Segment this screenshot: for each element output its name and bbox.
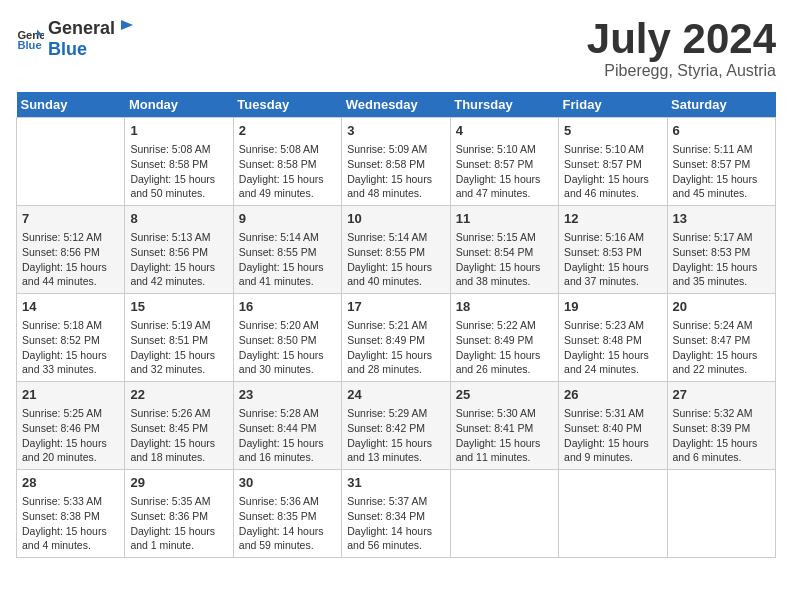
day-number: 3 [347, 122, 444, 140]
calendar-week-4: 21Sunrise: 5:25 AM Sunset: 8:46 PM Dayli… [17, 382, 776, 470]
calendar-cell: 5Sunrise: 5:10 AM Sunset: 8:57 PM Daylig… [559, 118, 667, 206]
cell-content: Sunrise: 5:36 AM Sunset: 8:35 PM Dayligh… [239, 494, 336, 553]
cell-content: Sunrise: 5:16 AM Sunset: 8:53 PM Dayligh… [564, 230, 661, 289]
day-number: 30 [239, 474, 336, 492]
day-number: 14 [22, 298, 119, 316]
calendar-cell: 16Sunrise: 5:20 AM Sunset: 8:50 PM Dayli… [233, 294, 341, 382]
column-header-tuesday: Tuesday [233, 92, 341, 118]
calendar-cell [450, 469, 558, 557]
day-number: 24 [347, 386, 444, 404]
calendar-cell: 26Sunrise: 5:31 AM Sunset: 8:40 PM Dayli… [559, 382, 667, 470]
calendar-cell: 14Sunrise: 5:18 AM Sunset: 8:52 PM Dayli… [17, 294, 125, 382]
calendar-cell: 9Sunrise: 5:14 AM Sunset: 8:55 PM Daylig… [233, 206, 341, 294]
day-number: 4 [456, 122, 553, 140]
calendar-week-2: 7Sunrise: 5:12 AM Sunset: 8:56 PM Daylig… [17, 206, 776, 294]
calendar-week-1: 1Sunrise: 5:08 AM Sunset: 8:58 PM Daylig… [17, 118, 776, 206]
calendar-cell [559, 469, 667, 557]
day-number: 11 [456, 210, 553, 228]
day-number: 2 [239, 122, 336, 140]
calendar-cell: 22Sunrise: 5:26 AM Sunset: 8:45 PM Dayli… [125, 382, 233, 470]
calendar-cell: 25Sunrise: 5:30 AM Sunset: 8:41 PM Dayli… [450, 382, 558, 470]
calendar-cell: 6Sunrise: 5:11 AM Sunset: 8:57 PM Daylig… [667, 118, 775, 206]
logo-general-text: General [48, 18, 115, 39]
calendar-table: SundayMondayTuesdayWednesdayThursdayFrid… [16, 92, 776, 558]
day-number: 18 [456, 298, 553, 316]
day-number: 19 [564, 298, 661, 316]
column-header-friday: Friday [559, 92, 667, 118]
cell-content: Sunrise: 5:22 AM Sunset: 8:49 PM Dayligh… [456, 318, 553, 377]
calendar-cell: 12Sunrise: 5:16 AM Sunset: 8:53 PM Dayli… [559, 206, 667, 294]
cell-content: Sunrise: 5:31 AM Sunset: 8:40 PM Dayligh… [564, 406, 661, 465]
calendar-header-row: SundayMondayTuesdayWednesdayThursdayFrid… [17, 92, 776, 118]
day-number: 15 [130, 298, 227, 316]
column-header-sunday: Sunday [17, 92, 125, 118]
calendar-cell: 7Sunrise: 5:12 AM Sunset: 8:56 PM Daylig… [17, 206, 125, 294]
cell-content: Sunrise: 5:19 AM Sunset: 8:51 PM Dayligh… [130, 318, 227, 377]
calendar-cell [17, 118, 125, 206]
calendar-week-3: 14Sunrise: 5:18 AM Sunset: 8:52 PM Dayli… [17, 294, 776, 382]
cell-content: Sunrise: 5:24 AM Sunset: 8:47 PM Dayligh… [673, 318, 770, 377]
cell-content: Sunrise: 5:15 AM Sunset: 8:54 PM Dayligh… [456, 230, 553, 289]
logo-arrow-icon [117, 16, 135, 34]
calendar-cell: 11Sunrise: 5:15 AM Sunset: 8:54 PM Dayli… [450, 206, 558, 294]
day-number: 16 [239, 298, 336, 316]
cell-content: Sunrise: 5:14 AM Sunset: 8:55 PM Dayligh… [239, 230, 336, 289]
day-number: 12 [564, 210, 661, 228]
day-number: 31 [347, 474, 444, 492]
cell-content: Sunrise: 5:30 AM Sunset: 8:41 PM Dayligh… [456, 406, 553, 465]
day-number: 8 [130, 210, 227, 228]
calendar-cell: 28Sunrise: 5:33 AM Sunset: 8:38 PM Dayli… [17, 469, 125, 557]
calendar-cell: 18Sunrise: 5:22 AM Sunset: 8:49 PM Dayli… [450, 294, 558, 382]
day-number: 29 [130, 474, 227, 492]
day-number: 7 [22, 210, 119, 228]
calendar-cell: 17Sunrise: 5:21 AM Sunset: 8:49 PM Dayli… [342, 294, 450, 382]
svg-marker-3 [121, 20, 133, 30]
column-header-monday: Monday [125, 92, 233, 118]
cell-content: Sunrise: 5:17 AM Sunset: 8:53 PM Dayligh… [673, 230, 770, 289]
day-number: 21 [22, 386, 119, 404]
day-number: 20 [673, 298, 770, 316]
cell-content: Sunrise: 5:20 AM Sunset: 8:50 PM Dayligh… [239, 318, 336, 377]
day-number: 23 [239, 386, 336, 404]
cell-content: Sunrise: 5:14 AM Sunset: 8:55 PM Dayligh… [347, 230, 444, 289]
cell-content: Sunrise: 5:09 AM Sunset: 8:58 PM Dayligh… [347, 142, 444, 201]
day-number: 22 [130, 386, 227, 404]
calendar-cell: 13Sunrise: 5:17 AM Sunset: 8:53 PM Dayli… [667, 206, 775, 294]
cell-content: Sunrise: 5:12 AM Sunset: 8:56 PM Dayligh… [22, 230, 119, 289]
cell-content: Sunrise: 5:10 AM Sunset: 8:57 PM Dayligh… [456, 142, 553, 201]
day-number: 17 [347, 298, 444, 316]
day-number: 5 [564, 122, 661, 140]
calendar-cell: 29Sunrise: 5:35 AM Sunset: 8:36 PM Dayli… [125, 469, 233, 557]
logo-icon: General Blue [16, 24, 44, 52]
calendar-cell: 2Sunrise: 5:08 AM Sunset: 8:58 PM Daylig… [233, 118, 341, 206]
calendar-cell: 27Sunrise: 5:32 AM Sunset: 8:39 PM Dayli… [667, 382, 775, 470]
month-title: July 2024 [587, 16, 776, 62]
logo: General Blue General Blue [16, 16, 135, 60]
calendar-cell: 4Sunrise: 5:10 AM Sunset: 8:57 PM Daylig… [450, 118, 558, 206]
cell-content: Sunrise: 5:08 AM Sunset: 8:58 PM Dayligh… [130, 142, 227, 201]
day-number: 1 [130, 122, 227, 140]
calendar-cell: 3Sunrise: 5:09 AM Sunset: 8:58 PM Daylig… [342, 118, 450, 206]
cell-content: Sunrise: 5:10 AM Sunset: 8:57 PM Dayligh… [564, 142, 661, 201]
cell-content: Sunrise: 5:32 AM Sunset: 8:39 PM Dayligh… [673, 406, 770, 465]
logo-blue-text: Blue [48, 39, 87, 59]
cell-content: Sunrise: 5:25 AM Sunset: 8:46 PM Dayligh… [22, 406, 119, 465]
calendar-cell: 23Sunrise: 5:28 AM Sunset: 8:44 PM Dayli… [233, 382, 341, 470]
day-number: 27 [673, 386, 770, 404]
header: General Blue General Blue July 2024 Pibe… [16, 16, 776, 80]
day-number: 28 [22, 474, 119, 492]
calendar-cell: 19Sunrise: 5:23 AM Sunset: 8:48 PM Dayli… [559, 294, 667, 382]
column-header-saturday: Saturday [667, 92, 775, 118]
cell-content: Sunrise: 5:26 AM Sunset: 8:45 PM Dayligh… [130, 406, 227, 465]
svg-text:Blue: Blue [17, 39, 41, 51]
cell-content: Sunrise: 5:23 AM Sunset: 8:48 PM Dayligh… [564, 318, 661, 377]
day-number: 26 [564, 386, 661, 404]
column-header-thursday: Thursday [450, 92, 558, 118]
cell-content: Sunrise: 5:33 AM Sunset: 8:38 PM Dayligh… [22, 494, 119, 553]
calendar-cell: 24Sunrise: 5:29 AM Sunset: 8:42 PM Dayli… [342, 382, 450, 470]
cell-content: Sunrise: 5:08 AM Sunset: 8:58 PM Dayligh… [239, 142, 336, 201]
day-number: 10 [347, 210, 444, 228]
calendar-cell: 20Sunrise: 5:24 AM Sunset: 8:47 PM Dayli… [667, 294, 775, 382]
calendar-cell: 1Sunrise: 5:08 AM Sunset: 8:58 PM Daylig… [125, 118, 233, 206]
cell-content: Sunrise: 5:37 AM Sunset: 8:34 PM Dayligh… [347, 494, 444, 553]
